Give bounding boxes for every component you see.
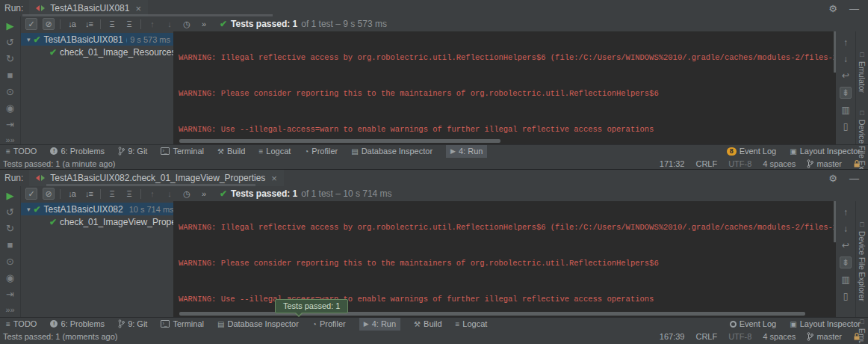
toolbar-more-icon[interactable]: » [198,188,210,200]
screen-record-icon[interactable] [6,272,14,283]
test-tree-root-row[interactable]: TestA1BasicUIX081 (org.aplas.basica 9 s … [21,33,173,46]
show-passed-icon[interactable] [25,188,37,200]
hide-panel-icon[interactable] [849,173,859,184]
collapse-all-icon[interactable] [123,18,135,30]
toolbar-button-todo[interactable]: TODO [6,318,37,331]
rerun-button[interactable] [7,190,14,201]
line-ending[interactable]: CRLF [695,332,717,341]
down-stacktrace-icon[interactable] [843,224,848,234]
toolbar-button-git[interactable]: 9: Git [118,145,147,158]
git-branch-widget[interactable]: master [807,157,842,170]
hide-panel-icon[interactable] [849,3,859,14]
print-icon[interactable] [841,274,849,285]
toolbar-button-logcat[interactable]: Logcat [456,318,488,331]
previous-occurrence-icon[interactable] [146,188,158,200]
show-ignored-icon[interactable] [43,18,55,30]
sort-by-duration-icon[interactable] [83,18,95,30]
tab-scrollbar[interactable] [46,184,255,186]
toolbar-button-build[interactable]: Build [414,318,441,331]
more-actions-icon[interactable]: » [5,135,14,144]
down-stacktrace-icon[interactable] [843,54,848,64]
sort-alphabetically-icon[interactable] [66,18,78,30]
caret-position[interactable]: 167:39 [660,332,685,341]
toolbar-button-terminal[interactable]: ›_Terminal [161,145,204,158]
previous-occurrence-icon[interactable] [146,18,158,30]
test-tree-child-row[interactable]: check_01_ImageView_Properties 10 s 714 m… [21,215,173,228]
toolbar-button-run[interactable]: 4: Run [359,318,400,331]
profile-rerun-icon[interactable] [6,206,14,218]
screen-record-icon[interactable] [6,102,14,114]
toolbar-button-run[interactable]: 4: Run [446,145,487,158]
up-stacktrace-icon[interactable] [843,207,848,218]
test-history-icon[interactable] [181,188,193,200]
console-vertical-scrollbar[interactable] [834,31,836,73]
tab-scrollbar[interactable] [22,14,273,16]
toolbar-button-problems[interactable]: !6: Problems [50,318,105,331]
lock-icon[interactable] [853,159,861,168]
clear-console-icon[interactable] [843,291,849,301]
chevron-down-icon[interactable] [27,36,31,43]
console-horizontal-scrollbar[interactable] [179,312,805,316]
screenshot-icon[interactable] [6,256,14,267]
rerun-button[interactable] [7,20,14,31]
expand-all-icon[interactable] [106,18,118,30]
test-tree-child-row[interactable]: check_01_Image_Resources 9 s 573 ms [21,46,173,58]
print-icon[interactable] [841,105,849,115]
show-ignored-icon[interactable] [43,188,55,200]
scroll-to-end-icon[interactable] [840,87,852,99]
attach-debugger-icon[interactable] [6,289,14,300]
stop-icon[interactable] [7,239,13,251]
toolbar-button-database-inspector[interactable]: Database Inspector [351,145,433,158]
file-encoding[interactable]: UTF-8 [728,159,751,168]
toolbar-button-profiler[interactable]: Profiler [304,145,338,158]
stop-icon[interactable] [7,70,13,81]
layout-inspector-button[interactable]: Layout Inspector [790,145,861,158]
toolbar-button-git[interactable]: 9: Git [118,318,147,331]
layout-inspector-button[interactable]: Layout Inspector [790,318,861,331]
test-history-icon[interactable] [181,18,193,30]
next-occurrence-icon[interactable] [164,188,176,200]
indent-setting[interactable]: 4 spaces [763,332,796,341]
event-log-button[interactable]: 8Event Log [727,145,777,158]
test-tree-root-row[interactable]: TestA1BasicUIX082 (org.aplas.basica 10 s… [21,203,173,215]
toolbar-button-logcat[interactable]: Logcat [258,145,291,158]
toolbar-button-todo[interactable]: TODO [6,145,37,158]
attach-debugger-icon[interactable] [6,119,14,130]
gear-icon[interactable] [828,173,837,184]
toolbar-more-icon[interactable]: » [198,18,210,30]
gear-icon[interactable] [828,3,837,14]
rerun-failed-tests-icon[interactable] [6,223,14,234]
lock-icon[interactable] [853,332,861,341]
chevron-down-icon[interactable] [27,206,31,213]
line-ending[interactable]: CRLF [695,159,717,168]
console-output[interactable]: WARNING: Illegal reflective access by or… [173,201,836,317]
screenshot-icon[interactable] [6,86,14,97]
profile-rerun-icon[interactable] [6,37,14,48]
up-stacktrace-icon[interactable] [843,37,848,48]
close-icon[interactable]: × [271,173,277,184]
console-horizontal-scrollbar[interactable] [179,139,500,143]
caret-position[interactable]: 171:32 [660,159,685,168]
toolbar-button-profiler[interactable]: Profiler [312,318,346,331]
toolbar-button-terminal[interactable]: ›_Terminal [161,318,204,331]
next-occurrence-icon[interactable] [164,18,176,30]
dock-tab-device-file-explorer[interactable]: Device File Explorer [858,221,867,301]
file-encoding[interactable]: UTF-8 [728,332,751,341]
show-passed-icon[interactable] [25,18,37,30]
console-vertical-scrollbar[interactable] [834,201,836,242]
event-log-button[interactable]: Event Log [730,318,777,331]
collapse-all-icon[interactable] [123,188,135,200]
toolbar-button-build[interactable]: Build [217,145,245,158]
toolbar-button-problems[interactable]: !6: Problems [50,145,105,158]
scroll-to-end-icon[interactable] [840,257,852,268]
console-output[interactable]: WARNING: Illegal reflective access by or… [173,31,836,144]
close-icon[interactable]: × [135,3,141,14]
toolbar-button-database-inspector[interactable]: Database Inspector [217,318,299,331]
sort-alphabetically-icon[interactable] [66,188,78,200]
sort-by-duration-icon[interactable] [83,188,95,200]
soft-wrap-icon[interactable] [842,70,849,81]
soft-wrap-icon[interactable] [842,240,849,251]
clear-console-icon[interactable] [843,121,849,132]
rerun-failed-tests-icon[interactable] [6,53,14,64]
expand-all-icon[interactable] [106,188,118,200]
